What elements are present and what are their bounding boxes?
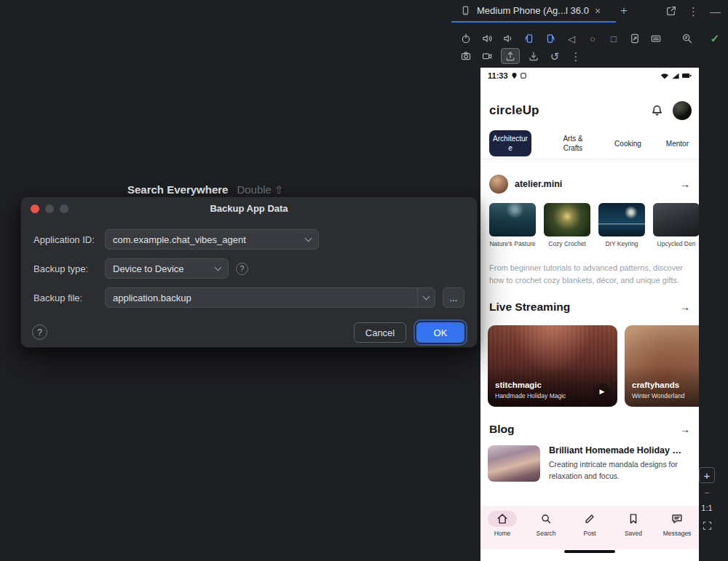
ok-button[interactable]: OK xyxy=(416,322,464,343)
app-title: circleUp xyxy=(489,103,539,118)
play-icon[interactable]: ▶ xyxy=(594,383,610,399)
emulator-toolbar-row1: ◁ ○ □ xyxy=(459,31,663,46)
nav-active-pill xyxy=(488,511,517,527)
card-label: Upcycled Den xyxy=(653,240,699,247)
reset-icon[interactable]: ↺ xyxy=(547,49,562,63)
emulator-tab-title: Medium Phone (Ag...l 36.0 xyxy=(477,5,589,16)
backup-file-combobox[interactable]: application.backup xyxy=(105,287,435,308)
nav-label: Home xyxy=(494,530,511,537)
browse-file-button[interactable]: ... xyxy=(443,287,464,308)
panel-minimize-icon[interactable]: — xyxy=(710,6,721,17)
cancel-button[interactable]: Cancel xyxy=(354,322,406,343)
application-id-select[interactable]: com.example.chat_vibes_agent xyxy=(105,229,319,250)
blog-post-text: Brilliant Homemade Holiday … Creating in… xyxy=(549,445,692,482)
emulator-device-tab[interactable]: Medium Phone (Ag...l 36.0 × xyxy=(451,0,616,23)
tabs-divider xyxy=(480,159,699,159)
backup-file-value[interactable]: application.backup xyxy=(106,288,417,307)
chevron-down-icon xyxy=(215,263,222,271)
card-upcycled-den[interactable]: Upcycled Den xyxy=(653,203,699,247)
home-icon[interactable]: ○ xyxy=(585,31,600,46)
zoom-in-button[interactable]: + xyxy=(699,467,715,483)
zoom-ratio-button[interactable]: 1:1 xyxy=(701,504,712,512)
application-id-row: Application ID: com.example.chat_vibes_a… xyxy=(33,229,464,250)
card-image xyxy=(598,203,645,236)
nav-item-messages[interactable]: Messages xyxy=(657,511,697,549)
category-description: From beginner tutorials to advanced patt… xyxy=(489,262,690,287)
find-icon[interactable] xyxy=(680,31,695,46)
card-image xyxy=(489,203,536,236)
nav-item-home[interactable]: Home xyxy=(482,511,523,549)
card-diy-keyring[interactable]: DIY Keyring xyxy=(598,203,645,247)
blog-arrow-icon[interactable]: → xyxy=(680,423,690,435)
backup-type-label: Backup type: xyxy=(33,263,105,274)
tab-mentor[interactable]: Mentor xyxy=(666,139,689,148)
creator-arrow-icon[interactable]: → xyxy=(680,178,690,190)
backup-app-data-button[interactable] xyxy=(501,48,520,64)
profile-avatar[interactable] xyxy=(673,101,692,120)
power-icon[interactable] xyxy=(459,31,473,46)
backup-file-label: Backup file: xyxy=(33,293,105,303)
chevron-down-icon xyxy=(305,234,312,242)
card-image xyxy=(653,203,699,236)
card-label: Nature's Pasture xyxy=(489,240,536,247)
card-natures-pasture[interactable]: Nature's Pasture xyxy=(489,203,536,247)
open-in-window-icon[interactable] xyxy=(665,5,677,17)
dialog-buttons: Cancel OK xyxy=(354,322,464,343)
screen-record-icon[interactable] xyxy=(480,49,494,63)
status-bar: 11:33 xyxy=(480,68,699,84)
new-tab-button[interactable]: + xyxy=(620,4,628,17)
blog-post-image xyxy=(488,445,540,482)
rotate-left-icon[interactable] xyxy=(522,31,537,46)
home-indicator[interactable] xyxy=(564,550,615,553)
creator-row[interactable]: atelier.mini → xyxy=(489,174,690,194)
bottom-navigation: Home Search Post Saved Messages xyxy=(480,506,699,549)
pencil-nav-icon xyxy=(583,512,596,525)
overview-icon[interactable]: □ xyxy=(606,31,621,46)
screenshot-camera-icon[interactable] xyxy=(459,49,473,63)
backup-type-help-icon[interactable]: ? xyxy=(236,263,248,275)
stream-caption: Handmade Holiday Magic xyxy=(495,392,566,399)
zoom-out-button[interactable]: − xyxy=(704,491,710,496)
search-everywhere-popup-title: Search EverywhereDouble ⇧ xyxy=(127,183,284,196)
blog-post-row[interactable]: Brilliant Homemade Holiday … Creating in… xyxy=(488,445,695,482)
rotate-right-icon[interactable] xyxy=(543,31,558,46)
panel-more-icon[interactable]: ⋮ xyxy=(688,6,699,17)
download-icon xyxy=(528,50,539,62)
nav-item-search[interactable]: Search xyxy=(526,511,566,549)
card-cozy-crochet[interactable]: Cozy Crochet xyxy=(544,203,590,247)
card-image xyxy=(544,203,590,236)
notification-square-icon xyxy=(521,73,526,79)
keyboard-input-icon[interactable] xyxy=(649,31,663,46)
toolbar-more-icon[interactable]: ⋮ xyxy=(569,49,583,63)
category-tabs: Architecture Arts & Crafts Cooking Mento… xyxy=(489,129,689,158)
back-icon[interactable]: ◁ xyxy=(564,31,579,46)
nav-label: Post xyxy=(583,530,596,537)
device-posture-icon[interactable] xyxy=(628,31,642,46)
application-id-value: com.example.chat_vibes_agent xyxy=(113,234,246,245)
volume-up-icon[interactable] xyxy=(480,31,494,46)
chevron-down-icon xyxy=(423,293,430,300)
nav-item-saved[interactable]: Saved xyxy=(613,511,654,549)
home-nav-icon xyxy=(496,512,509,525)
bookmark-nav-icon xyxy=(627,512,640,525)
backup-file-dropdown[interactable] xyxy=(417,288,435,307)
bell-icon[interactable] xyxy=(650,104,664,118)
tab-architecture[interactable]: Architecture xyxy=(489,130,531,156)
stream-user: stitchmagic xyxy=(495,381,542,389)
tab-close-icon[interactable]: × xyxy=(595,6,601,16)
volume-down-icon[interactable] xyxy=(501,31,515,46)
live-streaming-arrow-icon[interactable]: → xyxy=(680,301,690,313)
dialog-help-button[interactable]: ? xyxy=(32,325,47,340)
zoom-fit-icon[interactable] xyxy=(702,520,713,531)
wifi-icon xyxy=(660,73,669,79)
stream-craftyhands[interactable]: craftyhands Winter Wonderland xyxy=(625,325,699,407)
stream-stitchmagic[interactable]: stitchmagic Handmade Holiday Magic ▶ xyxy=(488,325,617,407)
restore-app-data-button[interactable] xyxy=(526,49,541,63)
upload-icon xyxy=(505,50,516,62)
dialog-title: Backup App Data xyxy=(21,203,477,214)
backup-type-select[interactable]: Device to Device xyxy=(105,258,229,279)
ready-check-icon: ✓ xyxy=(708,31,722,46)
tab-arts-crafts[interactable]: Arts & Crafts xyxy=(556,134,590,153)
nav-item-post[interactable]: Post xyxy=(569,511,610,549)
tab-cooking[interactable]: Cooking xyxy=(614,139,641,148)
